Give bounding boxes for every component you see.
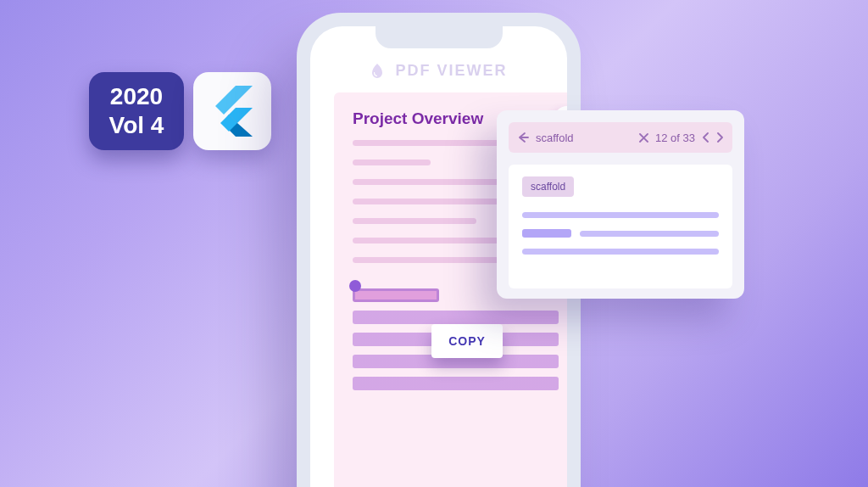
text-selection[interactable]: COPY — [334, 288, 567, 390]
prev-result-icon[interactable] — [702, 132, 709, 143]
result-line — [522, 212, 719, 218]
phone-notch — [376, 26, 503, 48]
selected-line — [353, 377, 559, 390]
copy-label: COPY — [448, 334, 486, 348]
clear-icon[interactable] — [639, 133, 648, 143]
flutter-logo-tile — [193, 72, 271, 150]
result-count: 12 of 33 — [655, 132, 695, 144]
next-result-icon[interactable] — [716, 132, 724, 143]
selection-handle-start[interactable] — [349, 280, 361, 292]
search-result-preview: scaffold — [509, 165, 732, 288]
flutter-icon — [212, 86, 253, 137]
result-line-rest — [580, 231, 719, 237]
selected-line — [353, 288, 439, 302]
result-line — [522, 229, 719, 238]
app-bar-title: PDF VIEWER — [395, 62, 507, 80]
result-line — [522, 249, 719, 255]
result-highlight — [522, 229, 571, 238]
search-term[interactable]: scaffold — [536, 132, 574, 144]
text-line — [353, 218, 476, 224]
search-chip[interactable]: scaffold — [522, 176, 574, 197]
copy-button[interactable]: COPY — [431, 324, 503, 358]
text-line — [353, 160, 431, 165]
search-panel: scaffold 12 of 33 scaffold — [497, 110, 744, 299]
badge-volume: Vol 4 — [109, 111, 164, 140]
back-icon[interactable] — [517, 132, 529, 143]
search-bar: scaffold 12 of 33 — [509, 122, 732, 153]
badge-year: 2020 — [110, 82, 163, 111]
pdf-icon — [370, 62, 385, 79]
release-badge: 2020 Vol 4 — [89, 72, 184, 150]
selected-line — [353, 311, 559, 324]
app-bar: PDF VIEWER — [310, 52, 567, 89]
